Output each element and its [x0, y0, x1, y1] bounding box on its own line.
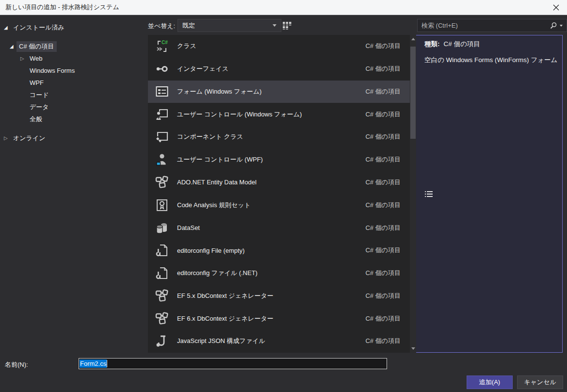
- sort-dropdown-value: 既定: [182, 21, 195, 30]
- item-label: Code Analysis 規則セット: [177, 201, 365, 210]
- item-label: クラス: [177, 42, 365, 50]
- list-item[interactable]: Code Analysis 規則セット C# 個の項目: [148, 194, 410, 216]
- user-control-winforms-icon: [154, 107, 170, 122]
- item-category: C# 個の項目: [365, 65, 410, 73]
- item-label: フォーム (Windows フォーム): [177, 87, 365, 96]
- item-label: ユーザー コントロール (WPF): [177, 155, 365, 164]
- code-analysis-ruleset-icon: [154, 197, 170, 213]
- item-category: C# 個の項目: [365, 246, 410, 255]
- windows-form-icon: [154, 84, 170, 99]
- item-category: C# 個の項目: [365, 178, 410, 187]
- chevron-down-icon: [273, 24, 276, 27]
- interface-icon: [154, 61, 170, 77]
- list-item[interactable]: EF 5.x DbContext ジェネレーター C# 個の項目: [148, 284, 410, 307]
- list-item[interactable]: JavaScript JSON 構成ファイル C# 個の項目: [148, 330, 410, 353]
- scroll-up-icon: [411, 38, 415, 40]
- item-label: ADO.NET Entity Data Model: [177, 179, 365, 186]
- tree-item-general[interactable]: 全般: [4, 113, 146, 125]
- tree-item-code[interactable]: コード: [4, 89, 146, 101]
- tree-expanded-icon[interactable]: ◢: [4, 25, 11, 30]
- list-item[interactable]: ユーザー コントロール (WPF) C# 個の項目: [148, 148, 410, 171]
- scrollbar-up-button[interactable]: [410, 35, 416, 43]
- list-item-selected[interactable]: フォーム (Windows フォーム) C# 個の項目: [148, 81, 410, 103]
- entity-data-model-icon: [154, 175, 170, 190]
- detail-description: 空白の Windows Forms (WinForms) フォーム: [424, 56, 565, 65]
- ef-dbcontext-generator-icon: [154, 288, 170, 304]
- item-category: C# 個の項目: [365, 314, 410, 323]
- user-control-wpf-icon: [154, 152, 170, 167]
- grid-view-icon: [283, 22, 292, 30]
- tree-item-installed[interactable]: ◢ インストール済み: [4, 21, 146, 33]
- tree-item-wpf[interactable]: WPF: [4, 77, 146, 89]
- ef-dbcontext-generator-icon: [154, 311, 170, 327]
- list-item[interactable]: コンポーネント クラス C# 個の項目: [148, 126, 410, 148]
- search-input[interactable]: 検索 (Ctrl+E): [417, 19, 567, 32]
- tree-item-data[interactable]: データ: [4, 101, 146, 113]
- csharp-class-icon: C#: [154, 38, 170, 54]
- list-view-icon: [425, 191, 433, 197]
- item-label: インターフェイス: [177, 65, 365, 73]
- template-list: C# クラス C# 個の項目 インターフェイス C# 個の項目: [148, 35, 416, 353]
- dialog-title: 新しい項目の追加 - 排水路検討システム: [5, 3, 119, 12]
- item-category: C# 個の項目: [365, 110, 410, 119]
- item-label: コンポーネント クラス: [177, 132, 365, 141]
- list-item[interactable]: ユーザー コントロール (Windows フォーム) C# 個の項目: [148, 103, 410, 126]
- list-item[interactable]: DataSet C# 個の項目: [148, 216, 410, 239]
- tree-item-csharp-items[interactable]: ◢ C# 個の項目: [4, 40, 146, 52]
- item-category: C# 個の項目: [365, 201, 410, 210]
- editorconfig-file-icon: [154, 243, 170, 258]
- svg-text:C#: C#: [162, 40, 168, 45]
- item-label: EF 6.x DbContext ジェネレーター: [177, 314, 365, 323]
- item-label: DataSet: [177, 224, 365, 231]
- item-category: C# 個の項目: [365, 224, 410, 232]
- tree-collapsed-icon[interactable]: ▷: [4, 135, 11, 141]
- name-label: 名前(N):: [5, 360, 28, 369]
- sort-dropdown[interactable]: 既定: [178, 19, 281, 32]
- cancel-button[interactable]: キャンセル: [517, 376, 563, 389]
- item-label: JavaScript JSON 構成ファイル: [177, 337, 365, 345]
- dialog-titlebar: 新しい項目の追加 - 排水路検討システム: [0, 0, 567, 15]
- list-item[interactable]: インターフェイス C# 個の項目: [148, 58, 410, 81]
- list-scrollbar[interactable]: [410, 35, 416, 353]
- name-input[interactable]: Form2.cs: [79, 358, 387, 369]
- item-category: C# 個の項目: [365, 292, 410, 300]
- item-category: C# 個の項目: [365, 42, 410, 50]
- list-item[interactable]: C# クラス C# 個の項目: [148, 35, 410, 58]
- item-label: editorconfig ファイル (.NET): [177, 269, 365, 278]
- list-item[interactable]: editorconfig File (empty) C# 個の項目: [148, 239, 410, 262]
- list-item[interactable]: editorconfig ファイル (.NET) C# 個の項目: [148, 262, 410, 285]
- medium-icons-view-button[interactable]: [280, 19, 293, 32]
- add-button[interactable]: 追加(A): [467, 376, 513, 389]
- search-placeholder: 検索 (Ctrl+E): [421, 21, 550, 30]
- text-caret: [107, 360, 107, 367]
- search-options-chevron-icon[interactable]: [560, 25, 563, 27]
- tree-expanded-icon[interactable]: ◢: [10, 44, 16, 49]
- item-category: C# 個の項目: [365, 337, 410, 345]
- list-item[interactable]: EF 6.x DbContext ジェネレーター C# 個の項目: [148, 307, 410, 330]
- item-label: ユーザー コントロール (Windows フォーム): [177, 110, 365, 119]
- item-detail-panel: 種類:C# 個の項目 空白の Windows Forms (WinForms) …: [424, 40, 565, 65]
- editorconfig-file-icon: [154, 265, 170, 281]
- component-class-icon: [154, 129, 170, 145]
- close-icon: [553, 4, 559, 11]
- tree-item-online[interactable]: ▷ オンライン: [4, 132, 146, 144]
- scrollbar-down-button[interactable]: [410, 345, 416, 352]
- json-config-file-icon: [154, 333, 170, 349]
- tree-item-web[interactable]: ▷ Web: [4, 52, 146, 65]
- tree-item-windows-forms[interactable]: Windows Forms: [4, 65, 146, 77]
- detail-type-value: C# 個の項目: [444, 40, 480, 48]
- tree-collapsed-icon[interactable]: ▷: [20, 56, 27, 61]
- scrollbar-thumb[interactable]: [410, 47, 416, 139]
- close-button[interactable]: [550, 1, 562, 14]
- name-input-selected-text: Form2.cs: [80, 359, 107, 368]
- item-category: C# 個の項目: [365, 155, 410, 164]
- item-category: C# 個の項目: [365, 132, 410, 141]
- category-tree: ◢ インストール済み ◢ C# 個の項目 ▷ Web Windows Forms…: [4, 21, 146, 144]
- item-category: C# 個の項目: [365, 269, 410, 278]
- list-item[interactable]: ADO.NET Entity Data Model C# 個の項目: [148, 171, 410, 194]
- detail-type-label: 種類:: [424, 40, 440, 48]
- sort-label: 並べ替え:: [148, 22, 175, 31]
- item-category: C# 個の項目: [365, 87, 410, 96]
- scroll-down-icon: [411, 347, 415, 350]
- dataset-icon: [154, 220, 170, 236]
